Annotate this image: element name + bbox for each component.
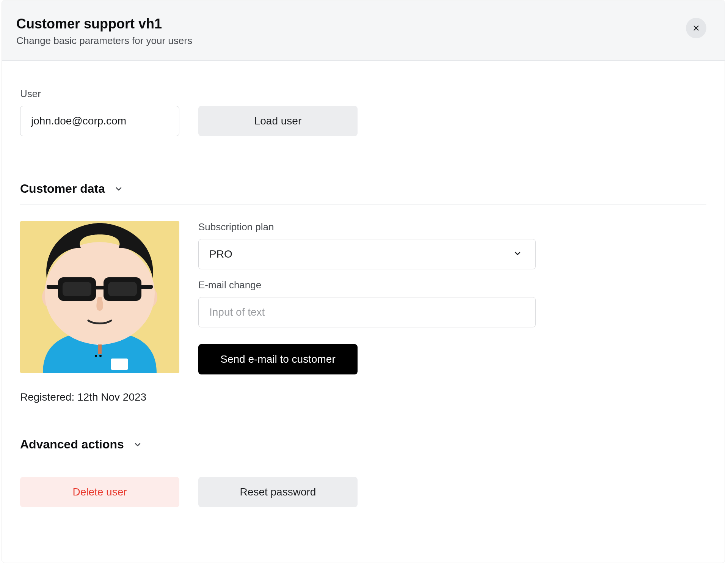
user-lookup-row: User Load user	[20, 88, 706, 136]
email-change-input[interactable]	[198, 297, 536, 327]
svg-point-1	[95, 355, 97, 357]
svg-rect-12	[47, 285, 60, 289]
reset-password-button[interactable]: Reset password	[198, 477, 358, 507]
chevron-down-icon	[133, 440, 142, 449]
avatar-column: Registered: 12th Nov 2023	[20, 221, 179, 403]
customer-data-title: Customer data	[20, 182, 105, 196]
subscription-group: Subscription plan PRO	[198, 221, 536, 269]
advanced-title: Advanced actions	[20, 437, 124, 451]
page-subtitle: Change basic parameters for your users	[16, 35, 192, 47]
email-change-group: E-mail change	[198, 279, 536, 327]
svg-rect-9	[63, 282, 91, 296]
advanced-section-header[interactable]: Advanced actions	[20, 437, 706, 460]
svg-rect-13	[140, 285, 153, 289]
svg-rect-11	[108, 282, 137, 296]
customer-data-section-header[interactable]: Customer data	[20, 182, 706, 204]
close-button[interactable]	[686, 18, 706, 38]
user-label: User	[20, 88, 179, 100]
avatar-illustration	[20, 221, 179, 373]
svg-point-2	[99, 355, 102, 357]
advanced-actions-row: Delete user Reset password	[20, 477, 706, 507]
subscription-select[interactable]: PRO	[198, 239, 536, 269]
close-icon	[692, 24, 700, 32]
send-email-button[interactable]: Send e-mail to customer	[198, 344, 358, 374]
subscription-select-wrapper: PRO	[198, 239, 536, 269]
header-text: Customer support vh1 Change basic parame…	[16, 16, 192, 47]
customer-data-row: Registered: 12th Nov 2023 Subscription p…	[20, 221, 706, 403]
customer-form-column: Subscription plan PRO E-mail change	[198, 221, 536, 403]
load-user-button[interactable]: Load user	[198, 106, 358, 136]
user-email-input[interactable]	[20, 106, 179, 136]
delete-user-button[interactable]: Delete user	[20, 477, 179, 507]
email-change-label: E-mail change	[198, 279, 536, 291]
modal-header: Customer support vh1 Change basic parame…	[2, 0, 725, 61]
user-field: User	[20, 88, 179, 136]
registered-text: Registered: 12th Nov 2023	[20, 391, 179, 403]
modal-body: User Load user Customer data	[2, 61, 725, 525]
page-title: Customer support vh1	[16, 16, 192, 32]
svg-rect-3	[111, 359, 128, 370]
subscription-label: Subscription plan	[198, 221, 536, 233]
chevron-down-icon	[114, 184, 123, 193]
customer-avatar	[20, 221, 179, 373]
customer-support-modal: Customer support vh1 Change basic parame…	[2, 0, 725, 563]
